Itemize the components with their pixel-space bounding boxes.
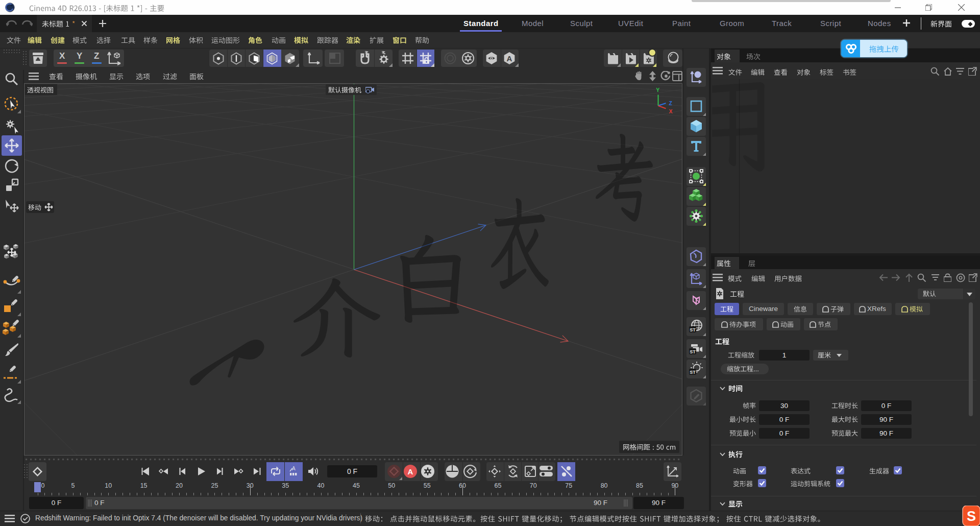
svg-text:A: A [408,467,413,476]
svg-text:Z: Z [669,100,673,106]
svg-text:ST: ST [690,327,696,332]
svg-text:ST: ST [690,370,696,375]
svg-text:ST: ST [690,349,696,354]
svg-text:X: X [669,108,673,114]
svg-text:A: A [292,466,296,471]
svg-text:A: A [507,54,512,63]
svg-text:Y: Y [656,87,659,93]
svg-text:S: S [967,509,976,524]
